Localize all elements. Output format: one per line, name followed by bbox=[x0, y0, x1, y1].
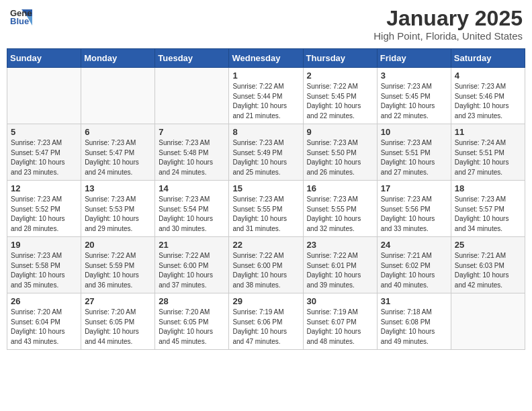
day-info: Sunrise: 7:23 AM Sunset: 5:49 PM Dayligh… bbox=[232, 138, 299, 177]
day-number: 17 bbox=[381, 183, 447, 193]
calendar-cell: 22Sunrise: 7:22 AM Sunset: 6:00 PM Dayli… bbox=[229, 237, 303, 293]
day-info: Sunrise: 7:23 AM Sunset: 5:46 PM Dayligh… bbox=[455, 82, 521, 121]
day-number: 23 bbox=[307, 240, 373, 250]
calendar-table: SundayMondayTuesdayWednesdayThursdayFrid… bbox=[7, 48, 525, 350]
calendar-cell: 29Sunrise: 7:19 AM Sunset: 6:06 PM Dayli… bbox=[229, 293, 303, 350]
calendar-cell: 14Sunrise: 7:23 AM Sunset: 5:54 PM Dayli… bbox=[155, 181, 229, 237]
calendar-cell: 12Sunrise: 7:23 AM Sunset: 5:52 PM Dayli… bbox=[7, 181, 81, 237]
calendar-cell: 28Sunrise: 7:20 AM Sunset: 6:05 PM Dayli… bbox=[155, 293, 229, 350]
calendar-cell: 25Sunrise: 7:21 AM Sunset: 6:03 PM Dayli… bbox=[451, 237, 525, 293]
day-info: Sunrise: 7:20 AM Sunset: 6:05 PM Dayligh… bbox=[85, 308, 151, 347]
weekday-header: Sunday bbox=[7, 49, 81, 68]
day-info: Sunrise: 7:23 AM Sunset: 5:54 PM Dayligh… bbox=[159, 195, 225, 234]
day-number: 25 bbox=[455, 240, 521, 250]
day-number: 1 bbox=[232, 71, 299, 81]
day-number: 3 bbox=[381, 71, 447, 81]
day-number: 15 bbox=[232, 183, 299, 193]
calendar-cell: 30Sunrise: 7:19 AM Sunset: 6:07 PM Dayli… bbox=[303, 293, 377, 350]
day-info: Sunrise: 7:22 AM Sunset: 6:00 PM Dayligh… bbox=[159, 251, 225, 290]
calendar-cell: 27Sunrise: 7:20 AM Sunset: 6:05 PM Dayli… bbox=[81, 293, 155, 350]
calendar-cell: 24Sunrise: 7:21 AM Sunset: 6:02 PM Dayli… bbox=[377, 237, 451, 293]
day-number: 10 bbox=[381, 127, 447, 137]
calendar-week-row: 12Sunrise: 7:23 AM Sunset: 5:52 PM Dayli… bbox=[7, 181, 525, 237]
calendar-cell: 3Sunrise: 7:23 AM Sunset: 5:45 PM Daylig… bbox=[377, 68, 451, 124]
day-info: Sunrise: 7:19 AM Sunset: 6:06 PM Dayligh… bbox=[232, 308, 299, 347]
day-info: Sunrise: 7:23 AM Sunset: 5:58 PM Dayligh… bbox=[11, 251, 77, 290]
svg-text:Blue: Blue bbox=[10, 16, 29, 26]
weekday-header-row: SundayMondayTuesdayWednesdayThursdayFrid… bbox=[7, 49, 525, 68]
day-number: 22 bbox=[232, 240, 299, 250]
calendar-cell: 17Sunrise: 7:23 AM Sunset: 5:56 PM Dayli… bbox=[377, 181, 451, 237]
calendar-cell bbox=[451, 293, 525, 350]
calendar-cell: 2Sunrise: 7:22 AM Sunset: 5:45 PM Daylig… bbox=[303, 68, 377, 124]
day-info: Sunrise: 7:23 AM Sunset: 5:47 PM Dayligh… bbox=[11, 138, 77, 177]
calendar-cell: 6Sunrise: 7:23 AM Sunset: 5:47 PM Daylig… bbox=[81, 124, 155, 181]
calendar-week-row: 1Sunrise: 7:22 AM Sunset: 5:44 PM Daylig… bbox=[7, 68, 525, 124]
calendar-cell: 31Sunrise: 7:18 AM Sunset: 6:08 PM Dayli… bbox=[377, 293, 451, 350]
calendar-cell: 18Sunrise: 7:23 AM Sunset: 5:57 PM Dayli… bbox=[451, 181, 525, 237]
weekday-header: Tuesday bbox=[155, 49, 229, 68]
day-number: 27 bbox=[85, 296, 151, 306]
day-info: Sunrise: 7:23 AM Sunset: 5:57 PM Dayligh… bbox=[455, 195, 521, 234]
day-number: 6 bbox=[85, 127, 151, 137]
day-number: 28 bbox=[159, 296, 225, 306]
day-info: Sunrise: 7:21 AM Sunset: 6:02 PM Dayligh… bbox=[381, 251, 447, 290]
calendar-cell: 23Sunrise: 7:22 AM Sunset: 6:01 PM Dayli… bbox=[303, 237, 377, 293]
calendar-cell: 10Sunrise: 7:23 AM Sunset: 5:51 PM Dayli… bbox=[377, 124, 451, 181]
day-number: 18 bbox=[455, 183, 521, 193]
calendar-cell: 9Sunrise: 7:23 AM Sunset: 5:50 PM Daylig… bbox=[303, 124, 377, 181]
day-number: 24 bbox=[381, 240, 447, 250]
day-info: Sunrise: 7:23 AM Sunset: 5:50 PM Dayligh… bbox=[307, 138, 373, 177]
calendar-cell: 26Sunrise: 7:20 AM Sunset: 6:04 PM Dayli… bbox=[7, 293, 81, 350]
day-info: Sunrise: 7:20 AM Sunset: 6:05 PM Dayligh… bbox=[159, 308, 225, 347]
day-info: Sunrise: 7:23 AM Sunset: 5:47 PM Dayligh… bbox=[85, 138, 151, 177]
day-info: Sunrise: 7:23 AM Sunset: 5:48 PM Dayligh… bbox=[159, 138, 225, 177]
location: High Point, Florida, United States bbox=[373, 30, 523, 42]
calendar-cell bbox=[81, 68, 155, 124]
month-title: January 2025 bbox=[373, 7, 523, 30]
day-number: 5 bbox=[11, 127, 77, 137]
day-number: 26 bbox=[11, 296, 77, 306]
day-info: Sunrise: 7:22 AM Sunset: 5:45 PM Dayligh… bbox=[307, 82, 373, 121]
day-number: 16 bbox=[307, 183, 373, 193]
calendar-cell: 1Sunrise: 7:22 AM Sunset: 5:44 PM Daylig… bbox=[229, 68, 303, 124]
calendar-cell: 11Sunrise: 7:24 AM Sunset: 5:51 PM Dayli… bbox=[451, 124, 525, 181]
day-number: 19 bbox=[11, 240, 77, 250]
day-info: Sunrise: 7:21 AM Sunset: 6:03 PM Dayligh… bbox=[455, 251, 521, 290]
logo-icon: General Blue bbox=[9, 7, 32, 26]
day-info: Sunrise: 7:22 AM Sunset: 6:01 PM Dayligh… bbox=[307, 251, 373, 290]
day-info: Sunrise: 7:22 AM Sunset: 5:44 PM Dayligh… bbox=[232, 82, 299, 121]
day-number: 31 bbox=[381, 296, 447, 306]
day-number: 2 bbox=[307, 71, 373, 81]
day-info: Sunrise: 7:23 AM Sunset: 5:55 PM Dayligh… bbox=[232, 195, 299, 234]
day-info: Sunrise: 7:23 AM Sunset: 5:52 PM Dayligh… bbox=[11, 195, 77, 234]
calendar-cell: 20Sunrise: 7:22 AM Sunset: 5:59 PM Dayli… bbox=[81, 237, 155, 293]
day-info: Sunrise: 7:23 AM Sunset: 5:51 PM Dayligh… bbox=[381, 138, 447, 177]
day-number: 30 bbox=[307, 296, 373, 306]
title-block: January 2025 High Point, Florida, United… bbox=[373, 7, 523, 42]
day-info: Sunrise: 7:22 AM Sunset: 6:00 PM Dayligh… bbox=[232, 251, 299, 290]
calendar-cell: 21Sunrise: 7:22 AM Sunset: 6:00 PM Dayli… bbox=[155, 237, 229, 293]
logo: General Blue bbox=[9, 7, 32, 26]
calendar-cell: 15Sunrise: 7:23 AM Sunset: 5:55 PM Dayli… bbox=[229, 181, 303, 237]
day-info: Sunrise: 7:23 AM Sunset: 5:53 PM Dayligh… bbox=[85, 195, 151, 234]
weekday-header: Saturday bbox=[451, 49, 525, 68]
weekday-header: Thursday bbox=[303, 49, 377, 68]
day-number: 13 bbox=[85, 183, 151, 193]
calendar-cell: 5Sunrise: 7:23 AM Sunset: 5:47 PM Daylig… bbox=[7, 124, 81, 181]
calendar-cell bbox=[7, 68, 81, 124]
calendar-week-row: 26Sunrise: 7:20 AM Sunset: 6:04 PM Dayli… bbox=[7, 293, 525, 350]
day-info: Sunrise: 7:20 AM Sunset: 6:04 PM Dayligh… bbox=[11, 308, 77, 347]
day-number: 12 bbox=[11, 183, 77, 193]
day-number: 8 bbox=[232, 127, 299, 137]
day-info: Sunrise: 7:24 AM Sunset: 5:51 PM Dayligh… bbox=[455, 138, 521, 177]
day-info: Sunrise: 7:23 AM Sunset: 5:55 PM Dayligh… bbox=[307, 195, 373, 234]
calendar-cell: 19Sunrise: 7:23 AM Sunset: 5:58 PM Dayli… bbox=[7, 237, 81, 293]
weekday-header: Monday bbox=[81, 49, 155, 68]
calendar-week-row: 5Sunrise: 7:23 AM Sunset: 5:47 PM Daylig… bbox=[7, 124, 525, 181]
day-number: 9 bbox=[307, 127, 373, 137]
day-number: 14 bbox=[159, 183, 225, 193]
day-number: 20 bbox=[85, 240, 151, 250]
calendar-cell: 16Sunrise: 7:23 AM Sunset: 5:55 PM Dayli… bbox=[303, 181, 377, 237]
day-number: 29 bbox=[232, 296, 299, 306]
